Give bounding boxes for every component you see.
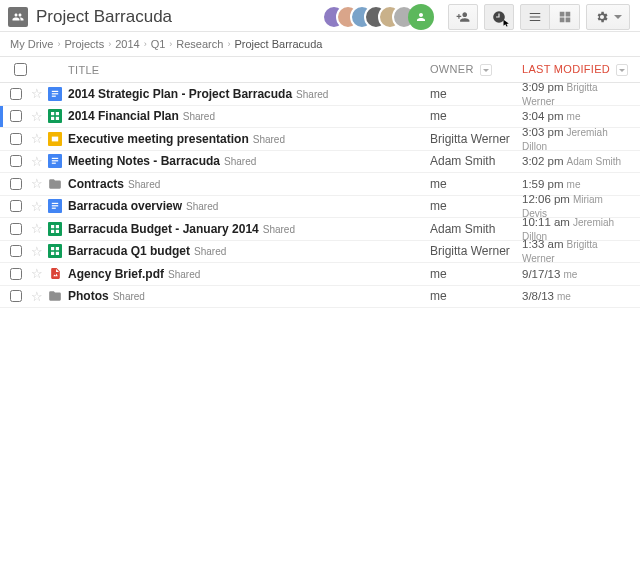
file-title: Meeting Notes - Barracuda bbox=[68, 154, 220, 168]
sheet-icon bbox=[48, 244, 62, 258]
list-view-button[interactable] bbox=[520, 4, 550, 30]
star-icon[interactable]: ☆ bbox=[31, 266, 43, 281]
file-title: Agency Brief.pdf bbox=[68, 267, 164, 281]
row-checkbox[interactable] bbox=[10, 245, 22, 257]
folder-icon bbox=[48, 177, 62, 191]
col-modified[interactable]: LAST MODIFIED bbox=[522, 63, 630, 76]
breadcrumb-item[interactable]: Q1 bbox=[151, 38, 166, 50]
star-icon[interactable]: ☆ bbox=[31, 289, 43, 304]
svg-rect-3 bbox=[51, 112, 54, 115]
owner-sort-dropdown[interactable] bbox=[480, 64, 492, 76]
modified-time: 1:59 pm bbox=[522, 178, 564, 190]
grid-view-button[interactable] bbox=[550, 4, 580, 30]
table-row[interactable]: ☆PhotosSharedme3/8/13me bbox=[0, 286, 640, 309]
star-icon[interactable]: ☆ bbox=[31, 221, 43, 236]
modified-by: me bbox=[567, 179, 581, 190]
activity-button[interactable] bbox=[484, 4, 514, 30]
table-row[interactable]: ☆2014 Strategic Plan - Project Barracuda… bbox=[0, 83, 640, 106]
svg-rect-10 bbox=[52, 163, 56, 164]
breadcrumb-separator: › bbox=[227, 39, 230, 49]
file-owner: Brigitta Werner bbox=[430, 132, 522, 146]
shared-label: Shared bbox=[183, 111, 215, 122]
header: Project Barracuda bbox=[0, 0, 640, 32]
sheet-icon bbox=[48, 222, 62, 236]
breadcrumb-item[interactable]: Projects bbox=[64, 38, 104, 50]
presence-indicator[interactable] bbox=[408, 4, 434, 30]
svg-rect-2 bbox=[52, 95, 56, 96]
svg-rect-11 bbox=[52, 203, 58, 204]
file-title: Photos bbox=[68, 289, 109, 303]
file-title: Executive meeting presentation bbox=[68, 132, 249, 146]
modified-time: 3/8/13 bbox=[522, 290, 554, 302]
col-owner[interactable]: OWNER bbox=[430, 63, 522, 76]
shared-label: Shared bbox=[253, 134, 285, 145]
shared-label: Shared bbox=[186, 201, 218, 212]
breadcrumb-item[interactable]: 2014 bbox=[115, 38, 139, 50]
file-title: Barracuda Budget - January 2014 bbox=[68, 222, 259, 236]
breadcrumb-separator: › bbox=[108, 39, 111, 49]
svg-rect-14 bbox=[51, 225, 54, 228]
shared-label: Shared bbox=[224, 156, 256, 167]
add-user-button[interactable] bbox=[448, 4, 478, 30]
modified-time: 3:02 pm bbox=[522, 155, 564, 167]
row-checkbox[interactable] bbox=[10, 133, 22, 145]
row-checkbox[interactable] bbox=[10, 88, 22, 100]
settings-button[interactable] bbox=[586, 4, 630, 30]
shared-folder-icon bbox=[8, 7, 28, 27]
star-icon[interactable]: ☆ bbox=[31, 199, 43, 214]
col-title[interactable]: TITLE bbox=[64, 64, 430, 76]
shared-label: Shared bbox=[296, 89, 328, 100]
row-checkbox[interactable] bbox=[10, 200, 22, 212]
file-title: Barracuda Q1 budget bbox=[68, 244, 190, 258]
star-icon[interactable]: ☆ bbox=[31, 154, 43, 169]
shared-label: Shared bbox=[113, 291, 145, 302]
star-icon[interactable]: ☆ bbox=[31, 86, 43, 101]
file-owner: Adam Smith bbox=[430, 154, 522, 168]
sheet-icon bbox=[48, 109, 62, 123]
file-title: 2014 Financial Plan bbox=[68, 109, 179, 123]
breadcrumb-item[interactable]: Research bbox=[176, 38, 223, 50]
modified-time: 3:03 pm bbox=[522, 126, 564, 138]
view-toggle bbox=[520, 4, 580, 30]
breadcrumb-item: Project Barracuda bbox=[234, 38, 322, 50]
table-row[interactable]: ☆Agency Brief.pdfSharedme9/17/13me bbox=[0, 263, 640, 286]
file-owner: Adam Smith bbox=[430, 222, 522, 236]
doc-icon bbox=[48, 199, 62, 213]
file-owner: me bbox=[430, 109, 522, 123]
breadcrumb-separator: › bbox=[57, 39, 60, 49]
row-checkbox[interactable] bbox=[10, 155, 22, 167]
svg-rect-18 bbox=[51, 247, 54, 250]
svg-rect-19 bbox=[56, 247, 59, 250]
star-icon[interactable]: ☆ bbox=[31, 244, 43, 259]
svg-rect-6 bbox=[56, 117, 59, 120]
select-all-checkbox[interactable] bbox=[14, 63, 27, 76]
cursor-icon bbox=[502, 19, 511, 28]
star-icon[interactable]: ☆ bbox=[31, 131, 43, 146]
table-row[interactable]: ☆Barracuda Q1 budgetSharedBrigitta Werne… bbox=[0, 241, 640, 264]
collaborator-list bbox=[322, 4, 434, 30]
row-checkbox[interactable] bbox=[10, 223, 22, 235]
table-row[interactable]: ☆Meeting Notes - BarracudaSharedAdam Smi… bbox=[0, 151, 640, 174]
svg-rect-8 bbox=[52, 158, 58, 159]
breadcrumb-item[interactable]: My Drive bbox=[10, 38, 53, 50]
slides-icon bbox=[48, 132, 62, 146]
page-title: Project Barracuda bbox=[36, 7, 172, 27]
svg-rect-1 bbox=[52, 93, 58, 94]
row-checkbox[interactable] bbox=[10, 178, 22, 190]
file-owner: me bbox=[430, 177, 522, 191]
file-title: Contracts bbox=[68, 177, 124, 191]
svg-rect-5 bbox=[51, 117, 54, 120]
row-checkbox[interactable] bbox=[10, 268, 22, 280]
modified-sort-dropdown[interactable] bbox=[616, 64, 628, 76]
chevron-down-icon bbox=[614, 15, 622, 19]
file-owner: me bbox=[430, 267, 522, 281]
table-row[interactable]: ☆Executive meeting presentationSharedBri… bbox=[0, 128, 640, 151]
shared-label: Shared bbox=[194, 246, 226, 257]
star-icon[interactable]: ☆ bbox=[31, 176, 43, 191]
star-icon[interactable]: ☆ bbox=[31, 109, 43, 124]
row-checkbox[interactable] bbox=[10, 110, 22, 122]
shared-label: Shared bbox=[128, 179, 160, 190]
svg-rect-15 bbox=[56, 225, 59, 228]
row-checkbox[interactable] bbox=[10, 290, 22, 302]
file-title: Barracuda overview bbox=[68, 199, 182, 213]
